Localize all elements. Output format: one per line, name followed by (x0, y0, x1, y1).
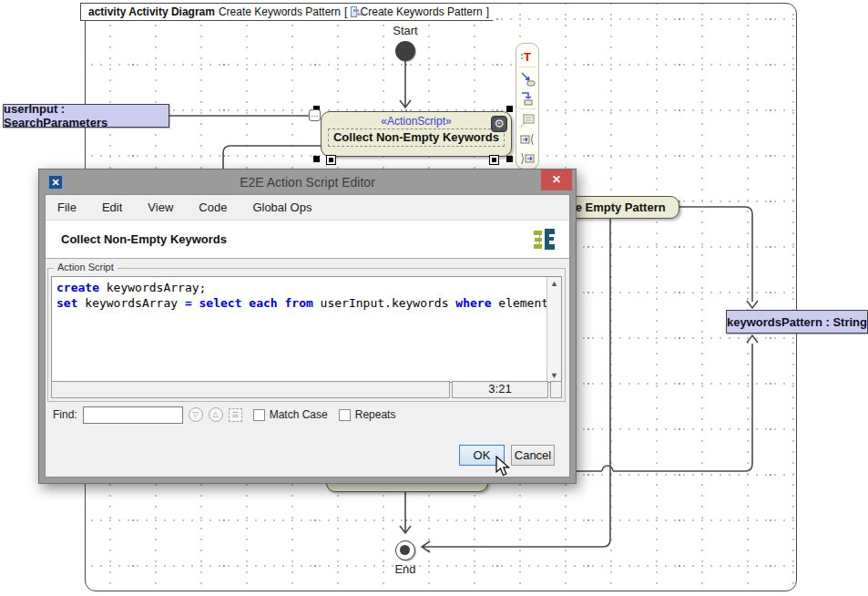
dialog-footer: OK Cancel (459, 445, 555, 466)
menu-view[interactable]: View (145, 199, 176, 216)
ok-button[interactable]: OK (459, 445, 505, 466)
frame-kind-label: activity Activity Diagram (88, 5, 215, 18)
script-editor: create keywordsArray;set keywordsArray =… (51, 276, 562, 383)
dialog-title: E2E Action Script Editor (40, 175, 575, 190)
object-flow-tool-icon[interactable] (517, 68, 537, 87)
start-node-label: Start (383, 24, 428, 37)
frame-diagram-name: Create Keywords Pattern (219, 5, 341, 18)
frame-content-name: Create Keywords Pattern (361, 5, 483, 18)
menu-global-ops[interactable]: Global Ops (250, 199, 314, 216)
dialog-titlebar[interactable]: ✕ E2E Action Script Editor ✕ (40, 170, 575, 194)
dialog-header: Collect Non-Empty Keywords (46, 220, 569, 259)
create-empty-pattern-label: te Empty Pattern (571, 200, 665, 214)
find-bar: Find: ▽ △ ☰ Match Case Repeats (49, 404, 566, 426)
scroll-down-icon[interactable]: ▼ (550, 371, 558, 380)
scroll-up-icon[interactable]: ▲ (550, 279, 558, 288)
keywordspattern-parameter-label: keywordsPattern : String (727, 315, 867, 329)
code-area[interactable]: create keywordsArray;set keywordsArray =… (52, 277, 546, 382)
caret-position-status: 3:21 (452, 381, 548, 398)
close-button[interactable]: ✕ (541, 170, 572, 190)
initial-node[interactable] (395, 41, 415, 61)
menu-code[interactable]: Code (196, 199, 230, 216)
e2e-logo-icon (529, 227, 558, 252)
vertical-scrollbar[interactable]: ▲ ▼ (546, 277, 561, 382)
input-pin-tool-icon[interactable] (517, 149, 537, 169)
code-line[interactable]: create keywordsArray; (56, 280, 546, 295)
smart-manipulator-toolbar: T (516, 43, 539, 170)
groupbox-label: Action Script (54, 262, 117, 272)
collect-action-node[interactable]: «ActionScript» Collect Non-Empty Keyword… (321, 111, 512, 157)
svg-text:T: T (524, 50, 531, 64)
end-node-label: End (383, 562, 428, 576)
control-flow-tool-icon[interactable] (517, 88, 537, 108)
cancel-button[interactable]: Cancel (511, 445, 555, 466)
gear-icon[interactable]: ⚙ (491, 116, 507, 132)
match-case-label[interactable]: Match Case (270, 408, 328, 421)
userinput-parameter-label: userInput : SearchParameters (4, 102, 168, 129)
repeats-label[interactable]: Repeats (355, 408, 396, 421)
frame-bracket-close: ] (486, 5, 489, 18)
action-script-groupbox: Action Script create keywordsArray;set k… (47, 268, 566, 402)
find-input[interactable] (83, 406, 183, 424)
frame-bracket-open: [ (344, 5, 347, 18)
editor-status-row: 3:21 (51, 381, 562, 398)
selection-handle[interactable] (313, 156, 320, 162)
activity-final-node[interactable] (395, 540, 415, 560)
horizontal-scrollbar[interactable] (51, 381, 450, 398)
repeats-checkbox[interactable] (339, 409, 351, 421)
pin-handle[interactable] (489, 155, 499, 165)
scrollbar-corner (550, 381, 562, 398)
output-pin-tool-icon[interactable] (517, 129, 537, 149)
e2e-action-script-editor-dialog: ✕ E2E Action Script Editor ✕ File Edit V… (38, 169, 577, 484)
menu-edit[interactable]: Edit (99, 199, 125, 216)
find-next-icon[interactable]: ▽ (189, 407, 203, 422)
keywordspattern-parameter-node[interactable]: keywordsPattern : String (726, 310, 868, 334)
menu-bar: File Edit View Code Global Ops (46, 195, 569, 220)
connector-pin[interactable]: … (309, 109, 321, 121)
userinput-parameter-node[interactable]: userInput : SearchParameters (3, 104, 169, 128)
find-label: Find: (53, 408, 77, 421)
script-name-heading: Collect Non-Empty Keywords (61, 232, 227, 246)
action-stereotype: «ActionScript» (322, 115, 511, 128)
selection-handle[interactable] (506, 156, 513, 162)
diagram-frame-tab[interactable]: activity Activity Diagram Create Keyword… (80, 3, 503, 21)
note-anchor-tool-icon[interactable] (517, 110, 537, 129)
find-previous-icon[interactable]: △ (209, 407, 223, 422)
pin-handle[interactable] (326, 155, 336, 165)
highlight-all-icon[interactable]: ☰ (229, 408, 242, 422)
selection-handle[interactable] (506, 106, 513, 112)
action-name: Collect Non-Empty Keywords (328, 128, 505, 147)
activity-final-inner (400, 545, 410, 555)
dialog-content: File Edit View Code Global Ops Collect N… (45, 194, 570, 478)
code-line[interactable]: set keywordsArray = select each from use… (56, 295, 546, 311)
menu-file[interactable]: File (55, 199, 79, 216)
text-tool-icon[interactable]: T (517, 46, 537, 66)
match-case-checkbox[interactable] (253, 409, 265, 421)
activity-diagram-icon (351, 6, 356, 17)
